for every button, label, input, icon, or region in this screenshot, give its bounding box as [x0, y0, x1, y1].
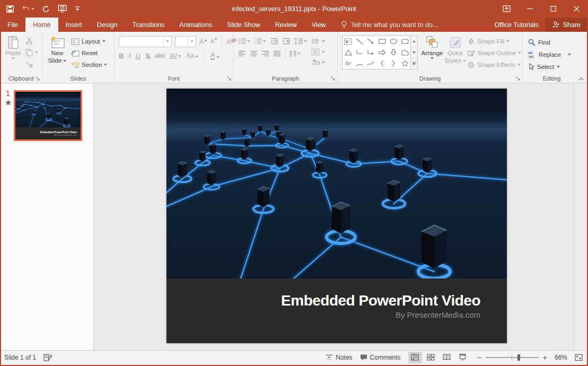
shape-curve[interactable] — [365, 58, 376, 69]
slide-subtitle-text[interactable]: By PresenterMedia.com — [396, 309, 480, 321]
paste-button[interactable]: Paste — [1, 33, 25, 59]
shape-arc[interactable] — [354, 58, 365, 69]
align-right-button[interactable] — [260, 49, 270, 58]
save-button[interactable] — [6, 5, 14, 13]
align-text-button[interactable] — [311, 47, 325, 57]
vertical-scrollbar[interactable] — [574, 83, 588, 350]
format-painter-button[interactable] — [25, 59, 38, 69]
align-center-button[interactable] — [249, 49, 259, 58]
align-left-button[interactable] — [237, 49, 247, 58]
close-button[interactable] — [565, 0, 588, 18]
quick-styles-button[interactable]: Quick Styles — [444, 33, 466, 64]
character-spacing-button[interactable]: AV — [170, 53, 181, 59]
new-slide-button[interactable]: New Slide — [43, 33, 71, 64]
arrange-button[interactable]: Arrange — [420, 33, 444, 59]
slide-1[interactable]: Embedded PowerPoint Video By PresenterMe… — [166, 89, 507, 343]
zoom-level[interactable]: 66% — [555, 354, 567, 361]
tell-me-box[interactable]: Tell me what you want to do... — [341, 18, 438, 32]
increase-indent-button[interactable] — [281, 37, 292, 46]
section-button[interactable]: Section — [71, 59, 107, 70]
tab-review[interactable]: Review — [268, 18, 304, 32]
tab-home[interactable]: Home — [25, 18, 58, 32]
shrink-font-button[interactable]: A — [210, 38, 217, 45]
line-spacing-button[interactable] — [293, 37, 308, 46]
cut-button[interactable] — [25, 36, 38, 46]
slide-1-thumbnail[interactable]: Embedded PowerPoint Video By PresenterMe… — [14, 90, 82, 141]
shape-rounded-rectangle[interactable] — [399, 36, 410, 47]
shape-triangle[interactable] — [343, 47, 354, 58]
shape-effects-button[interactable]: Shape Effects — [467, 59, 521, 70]
spell-check-button[interactable] — [43, 353, 52, 361]
bold-button[interactable]: B — [119, 52, 124, 60]
gallery-more-button[interactable] — [411, 58, 417, 69]
shape-right-arrow[interactable] — [376, 47, 388, 58]
tab-design[interactable]: Design — [90, 18, 125, 32]
justify-button[interactable] — [272, 49, 282, 58]
strikethrough-button[interactable]: abc — [155, 52, 165, 59]
zoom-out-button[interactable]: − — [477, 353, 481, 362]
reading-view-button[interactable] — [440, 352, 454, 363]
tab-slide-show[interactable]: Slide Show — [220, 18, 268, 32]
copy-button[interactable] — [25, 47, 38, 58]
office-tutorials-button[interactable]: Office Tutorials — [488, 18, 545, 32]
gallery-scroll-down-button[interactable] — [411, 47, 417, 58]
shape-line[interactable] — [354, 36, 365, 47]
shape-scribble[interactable] — [343, 58, 354, 69]
shape-text-box[interactable] — [343, 36, 354, 47]
font-name-combobox[interactable] — [119, 36, 172, 47]
start-from-beginning-button[interactable] — [58, 5, 67, 13]
shape-outline-button[interactable]: Shape Outline — [467, 48, 521, 58]
shape-snip-corner[interactable] — [399, 47, 410, 58]
text-direction-button[interactable] — [311, 37, 325, 46]
replace-button[interactable]: abacReplace — [528, 49, 571, 60]
select-button[interactable]: Select — [528, 61, 571, 72]
italic-button[interactable]: I — [128, 51, 130, 60]
underline-button[interactable]: U — [136, 52, 141, 60]
font-name-caret[interactable] — [163, 37, 171, 47]
slide-sorter-view-button[interactable] — [424, 352, 438, 363]
maximize-button[interactable] — [541, 0, 565, 18]
convert-smartart-button[interactable] — [311, 58, 325, 67]
gallery-scroll-up-button[interactable] — [411, 36, 417, 47]
bullets-button[interactable] — [237, 37, 251, 46]
customize-qat-button[interactable] — [75, 6, 80, 12]
share-button[interactable]: Share — [545, 18, 588, 32]
slide-network-image[interactable] — [166, 89, 507, 278]
shape-right-brace[interactable] — [388, 58, 399, 69]
fit-slide-to-window-button[interactable] — [575, 354, 583, 361]
text-shadow-button[interactable]: S — [145, 52, 150, 60]
normal-view-button[interactable] — [408, 352, 422, 363]
zoom-in-button[interactable]: + — [543, 353, 547, 362]
undo-button[interactable] — [22, 5, 34, 12]
change-case-button[interactable]: Aa — [186, 52, 198, 59]
shape-left-brace[interactable] — [376, 58, 388, 69]
zoom-slider-thumb[interactable] — [517, 354, 520, 361]
repeat-button[interactable] — [42, 5, 50, 13]
tab-file[interactable]: File — [0, 18, 25, 32]
shape-arrow[interactable] — [365, 36, 376, 47]
notes-toggle-button[interactable]: Notes — [326, 354, 352, 361]
slide-title-text[interactable]: Embedded PowerPoint Video — [281, 292, 480, 309]
layout-button[interactable]: Layout — [71, 36, 107, 47]
slide-editing-canvas[interactable]: Embedded PowerPoint Video By PresenterMe… — [94, 83, 574, 350]
slide-title-band[interactable]: Embedded PowerPoint Video By PresenterMe… — [166, 278, 507, 343]
grow-font-button[interactable]: A — [199, 38, 207, 46]
font-color-button[interactable]: A — [210, 52, 220, 60]
shape-elbow-connector[interactable] — [354, 47, 365, 58]
shape-star[interactable] — [399, 58, 410, 69]
shape-down-arrow[interactable] — [388, 47, 399, 58]
find-button[interactable]: Find — [528, 37, 571, 48]
tab-transitions[interactable]: Transitions — [125, 18, 172, 32]
tab-insert[interactable]: Insert — [58, 18, 90, 32]
shape-elbow-arrow-connector[interactable] — [365, 47, 376, 58]
shape-oval[interactable] — [388, 36, 399, 47]
numbering-button[interactable] — [253, 37, 267, 46]
font-size-caret[interactable] — [188, 37, 196, 47]
ribbon-display-options-button[interactable] — [495, 0, 518, 18]
shape-fill-button[interactable]: Shape Fill — [467, 36, 521, 47]
decrease-indent-button[interactable] — [269, 37, 279, 46]
comments-toggle-button[interactable]: Comments — [360, 354, 401, 361]
reset-button[interactable]: Reset — [71, 48, 107, 58]
minimize-button[interactable] — [518, 0, 541, 18]
slide-show-view-button[interactable] — [456, 352, 470, 363]
